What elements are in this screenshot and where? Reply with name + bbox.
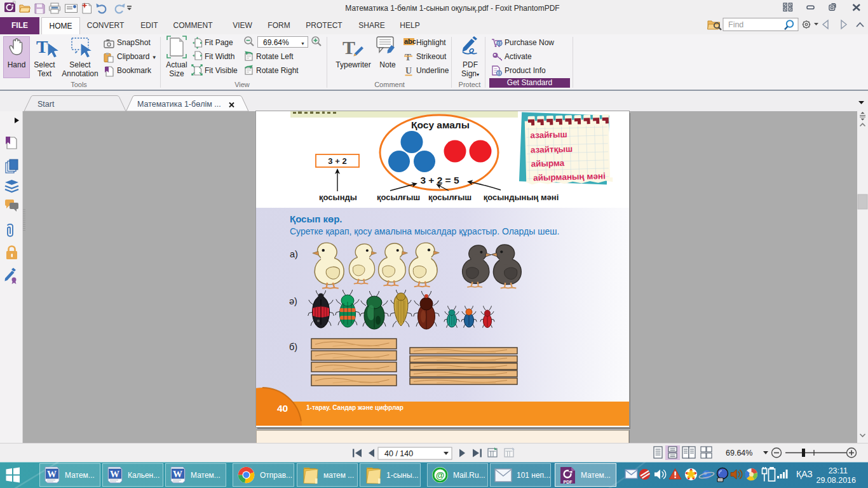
svg-text:ҚАЗ: ҚАЗ bbox=[796, 469, 813, 479]
svg-text:айырма: айырма bbox=[531, 158, 565, 168]
svg-text:қосылғыш: қосылғыш bbox=[428, 193, 471, 202]
svg-text:Қосып көр.: Қосып көр. bbox=[290, 214, 342, 224]
svg-text:3 + 2 = 5: 3 + 2 = 5 bbox=[420, 175, 459, 186]
svg-text:1-тарау. Сандар және цифрлар: 1-тарау. Сандар және цифрлар bbox=[306, 404, 403, 411]
svg-text:азайтқыш: азайтқыш bbox=[531, 144, 573, 155]
svg-text:W: W bbox=[110, 468, 119, 478]
svg-text:PDF: PDF bbox=[564, 479, 573, 484]
svg-text:40: 40 bbox=[277, 403, 288, 414]
svg-text:Find: Find bbox=[728, 20, 743, 29]
svg-text:U: U bbox=[405, 66, 412, 76]
svg-text:қосындының мәні: қосындының мәні bbox=[484, 193, 559, 202]
svg-text:б): б) bbox=[289, 342, 297, 352]
svg-text:азайғыш: азайғыш bbox=[530, 130, 567, 140]
svg-text:ә): ә) bbox=[289, 296, 297, 306]
svg-text:Математика 1-бөлім ...: Математика 1-бөлім ... bbox=[137, 100, 221, 109]
svg-text:W: W bbox=[47, 468, 57, 478]
svg-text:23:11: 23:11 bbox=[829, 466, 848, 475]
svg-text:Start: Start bbox=[37, 100, 55, 109]
svg-text:40 / 140: 40 / 140 bbox=[384, 449, 413, 458]
svg-text:W: W bbox=[173, 468, 182, 478]
svg-text:Қосу амалы: Қосу амалы bbox=[411, 119, 470, 130]
svg-text:@: @ bbox=[436, 470, 445, 480]
svg-text:3 + 2: 3 + 2 bbox=[328, 156, 346, 166]
svg-text:69.64%: 69.64% bbox=[726, 449, 752, 458]
svg-text:қосынды: қосынды bbox=[319, 193, 357, 202]
svg-text:қосылғыш: қосылғыш bbox=[377, 193, 420, 202]
svg-text:abc: abc bbox=[404, 37, 416, 45]
svg-text:29.08.2016: 29.08.2016 bbox=[816, 476, 856, 485]
svg-text:T: T bbox=[36, 37, 48, 57]
svg-text:айырманың мәні: айырманың мәні bbox=[533, 171, 606, 182]
svg-text:T: T bbox=[342, 37, 355, 58]
svg-text:Суретке қарап, қосу амалына мы: Суретке қарап, қосу амалына мысалдар құр… bbox=[290, 226, 559, 236]
svg-text:T: T bbox=[405, 52, 411, 62]
svg-text:а): а) bbox=[290, 249, 298, 259]
